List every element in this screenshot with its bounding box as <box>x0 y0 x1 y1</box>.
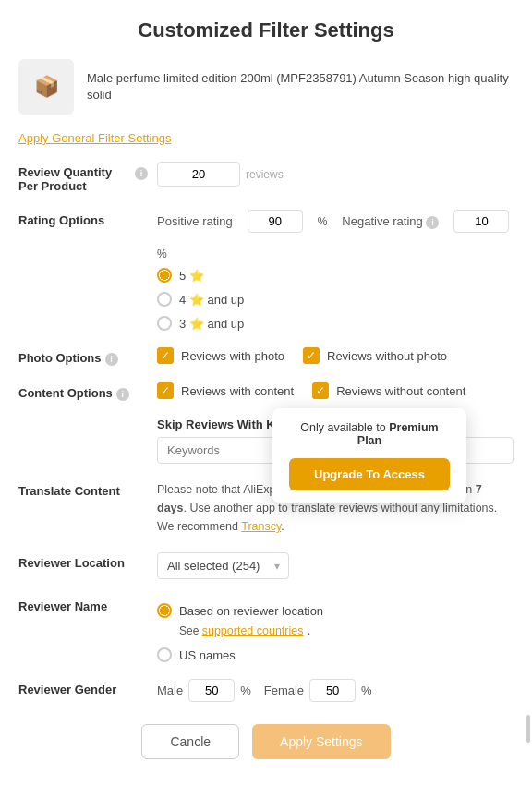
apply-button[interactable]: Apply Settings <box>252 724 391 759</box>
star-5-option[interactable]: 5 ⭐ <box>157 268 514 283</box>
photo-options-label: Photo Options i <box>18 347 148 366</box>
reviewer-name-radio-1[interactable] <box>157 603 172 618</box>
with-photo-checkbox[interactable]: ✓ <box>157 347 174 364</box>
photo-checkbox-group: ✓ Reviews with photo ✓ Reviews without p… <box>157 347 514 364</box>
negative-pct: % <box>157 248 167 260</box>
product-image: 📦 <box>18 59 74 115</box>
content-options-row: Content Options i ✓ Reviews with content… <box>18 382 514 401</box>
content-options-value: ✓ Reviews with content ✓ Reviews without… <box>157 382 514 399</box>
content-checkbox-group: ✓ Reviews with content ✓ Reviews without… <box>157 382 514 399</box>
female-label: Female <box>264 683 304 697</box>
page-container: Customized Filter Settings 📦 Male perfum… <box>0 0 532 787</box>
photo-options-row: Photo Options i ✓ Reviews with photo ✓ R… <box>18 347 514 366</box>
with-photo-label: Reviews with photo <box>181 349 284 363</box>
review-quantity-label: Review Quantity Per Product i <box>18 162 148 193</box>
product-name: Male perfume limited edition 200ml (MPF2… <box>87 70 514 103</box>
star-3-option[interactable]: 3 ⭐ and up <box>157 316 514 331</box>
tooltip-text: Only available to Premium Plan <box>289 421 450 447</box>
reviewer-gender-row: Reviewer Gender Male % Female % <box>18 679 514 702</box>
reviewer-name-radio-group: Based on reviewer location See supported… <box>157 603 514 662</box>
reviewer-name-option2-label: US names <box>179 648 236 662</box>
without-content-item[interactable]: ✓ Reviews without content <box>312 382 466 399</box>
translate-content-label: Translate Content <box>18 480 148 498</box>
male-label: Male <box>157 683 183 697</box>
negative-rating-info-icon[interactable]: i <box>426 216 439 229</box>
reviewer-location-select[interactable]: All selected (254) <box>157 552 289 579</box>
female-gender-item: Female % <box>264 679 372 702</box>
cancel-button[interactable]: Cancle <box>141 724 239 759</box>
quantity-row: reviews <box>157 162 514 187</box>
review-quantity-row: Review Quantity Per Product i reviews <box>18 162 514 193</box>
without-photo-checkbox[interactable]: ✓ <box>303 347 320 364</box>
product-card: 📦 Male perfume limited edition 200ml (MP… <box>18 59 514 115</box>
content-options-info-icon[interactable]: i <box>116 388 129 401</box>
reviewer-location-value: All selected (254) <box>157 552 514 579</box>
reviewer-name-option1[interactable]: Based on reviewer location See supported… <box>157 603 514 638</box>
photo-options-value: ✓ Reviews with photo ✓ Reviews without p… <box>157 347 514 364</box>
without-content-checkbox[interactable]: ✓ <box>312 382 329 399</box>
gender-row: Male % Female % <box>157 679 514 702</box>
reviewer-name-option1-label: Based on reviewer location <box>179 604 323 618</box>
star-4-radio[interactable] <box>157 292 172 307</box>
female-gender-input[interactable] <box>309 679 356 702</box>
photo-options-info-icon[interactable]: i <box>105 353 118 366</box>
content-options-label: Content Options i <box>18 382 148 401</box>
without-photo-item[interactable]: ✓ Reviews without photo <box>303 347 447 364</box>
reviewer-location-row: Reviewer Location All selected (254) <box>18 552 514 579</box>
reviewer-gender-label: Reviewer Gender <box>18 679 148 696</box>
reviewer-name-option2[interactable]: US names <box>157 647 514 662</box>
reviewer-name-value: Based on reviewer location See supported… <box>157 596 514 662</box>
upgrade-button[interactable]: Upgrade To Access <box>289 458 450 490</box>
review-quantity-value: reviews <box>157 162 514 187</box>
quantity-input[interactable] <box>157 162 240 187</box>
skip-keywords-label <box>18 417 148 443</box>
apply-general-link[interactable]: Apply General Filter Settings <box>18 131 514 145</box>
without-photo-label: Reviews without photo <box>327 349 447 363</box>
negative-rating-label: Negative rating i <box>342 214 439 229</box>
page-title: Customized Filter Settings <box>18 18 514 42</box>
reviewer-gender-value: Male % Female % <box>157 679 514 702</box>
star-4-option[interactable]: 4 ⭐ and up <box>157 292 514 307</box>
female-pct: % <box>361 683 372 697</box>
star-radio-group: 5 ⭐ 4 ⭐ and up 3 ⭐ and up <box>157 268 514 331</box>
reviewer-name-label: Reviewer Name <box>18 596 148 613</box>
negative-rating-input[interactable] <box>453 210 509 233</box>
positive-rating-input[interactable] <box>248 210 303 233</box>
with-photo-item[interactable]: ✓ Reviews with photo <box>157 347 284 364</box>
reviews-unit: reviews <box>246 168 284 181</box>
reviewer-name-row: Reviewer Name Based on reviewer location… <box>18 596 514 662</box>
reviewer-location-label: Reviewer Location <box>18 552 148 570</box>
review-quantity-info-icon[interactable]: i <box>135 167 148 180</box>
positive-rating-label: Positive rating <box>157 214 233 228</box>
male-gender-item: Male % <box>157 679 251 702</box>
rating-options-top: Positive rating % Negative rating i % <box>157 210 514 260</box>
positive-pct: % <box>318 215 328 228</box>
scrollbar[interactable] <box>526 715 530 743</box>
rating-options-label: Rating Options <box>18 210 148 227</box>
without-content-label: Reviews without content <box>336 384 466 398</box>
male-gender-input[interactable] <box>188 679 235 702</box>
with-content-item[interactable]: ✓ Reviews with content <box>157 382 294 399</box>
rating-options-row: Rating Options Positive rating % Negativ… <box>18 210 514 331</box>
star-5-radio[interactable] <box>157 268 172 283</box>
star-3-radio[interactable] <box>157 316 172 331</box>
upgrade-tooltip: Only available to Premium Plan Upgrade T… <box>272 408 466 503</box>
transcy-link[interactable]: Transcy <box>241 520 281 533</box>
with-content-label: Reviews with content <box>181 384 294 398</box>
rating-options-value: Positive rating % Negative rating i % 5 … <box>157 210 514 331</box>
supported-countries-link[interactable]: supported countries <box>202 624 304 637</box>
action-buttons: Cancle Apply Settings <box>18 724 514 759</box>
reviewer-name-radio-2[interactable] <box>157 647 172 662</box>
reviewer-location-dropdown-wrap[interactable]: All selected (254) <box>157 552 289 579</box>
with-content-checkbox[interactable]: ✓ <box>157 382 174 399</box>
male-pct: % <box>240 683 251 697</box>
